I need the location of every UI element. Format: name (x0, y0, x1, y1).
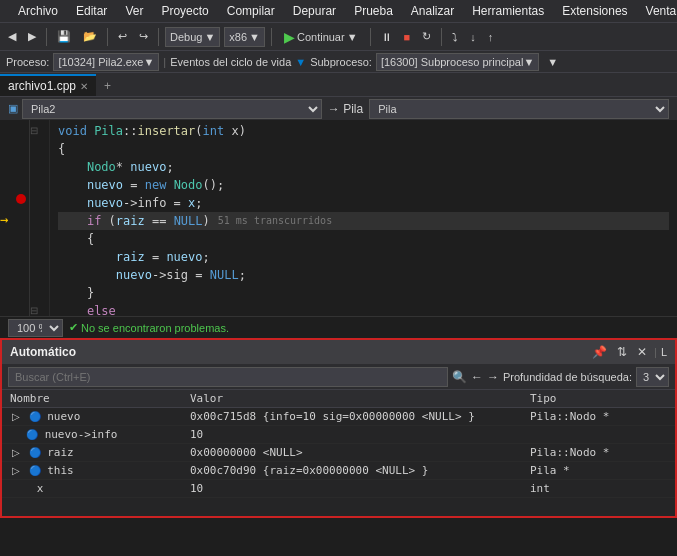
var-name-nuevo-info: 🔵 nuevo->info (2, 426, 182, 444)
step-out-button[interactable]: ↑ (484, 29, 498, 45)
panel-title-bar: Automático 📌 ⇅ ✕ | L (2, 340, 675, 364)
menu-analizar[interactable]: Analizar (403, 2, 462, 20)
code-line-3: Nodo* nuevo; (58, 158, 669, 176)
tab-archivo1[interactable]: archivo1.cpp ✕ (0, 74, 96, 96)
var-name-raiz: ▷ 🔵 raiz (2, 444, 182, 462)
search-button[interactable]: 🔍 (452, 370, 467, 384)
menu-ver[interactable]: Ver (117, 2, 151, 20)
proceso-label: Proceso: (6, 56, 49, 68)
continue-button[interactable]: ▶ Continuar ▼ (278, 27, 364, 47)
obj-icon-this: 🔵 (29, 465, 41, 476)
breakpoint-dot (16, 192, 26, 210)
step-in-button[interactable]: ↓ (466, 29, 480, 45)
panel-controls: 📌 ⇅ ✕ | L (589, 345, 667, 359)
tab-new-label: + (104, 79, 111, 93)
var-value-this: 0x00c70d90 {raiz=0x00000000 <NULL> } (182, 462, 522, 480)
pause-button[interactable]: ⏸ (377, 29, 396, 45)
redo-button[interactable]: ↪ (135, 28, 152, 45)
code-line-10: } (58, 284, 669, 302)
filter-button[interactable]: ▼ (543, 54, 562, 70)
var-row-nuevo-info: 🔵 nuevo->info 10 (2, 426, 675, 444)
search-bar: 🔍 ← → Profundidad de búsqueda: 3 (2, 364, 675, 390)
menu-prueba[interactable]: Prueba (346, 2, 401, 20)
col-valor: Valor (182, 390, 522, 408)
tab-archivo1-close[interactable]: ✕ (80, 81, 88, 92)
menu-compilar[interactable]: Compilar (219, 2, 283, 20)
menu-editar[interactable]: Editar (68, 2, 115, 20)
var-type-x: int (522, 480, 675, 498)
class-icon: ▣ (8, 102, 18, 115)
function-bar: ▣ Pila2 → Pila Pila (0, 96, 677, 120)
forward-button[interactable]: ▶ (24, 28, 40, 45)
panel-close-button[interactable]: ✕ (634, 345, 650, 359)
play-icon: ▶ (284, 29, 295, 45)
code-line-4: nuevo = new Nodo(); (58, 176, 669, 194)
menu-extensiones[interactable]: Extensiones (554, 2, 635, 20)
search-back-button[interactable]: ← (471, 370, 483, 384)
panel-side-label: L (661, 346, 667, 358)
obj-icon-nuevo: 🔵 (29, 411, 41, 422)
folding-gutter: ⊟ ⊟ (30, 120, 50, 316)
panel-move-button[interactable]: ⇅ (614, 345, 630, 359)
debug-config-dropdown[interactable]: Debug ▼ (165, 27, 220, 47)
step-over-button[interactable]: ⤵ (448, 29, 462, 45)
var-value-raiz: 0x00000000 <NULL> (182, 444, 522, 462)
menu-depurar[interactable]: Depurar (285, 2, 344, 20)
menu-archivo[interactable]: Archivo (10, 2, 66, 20)
code-line-5: nuevo->info = x; (58, 194, 669, 212)
open-button[interactable]: 📂 (79, 28, 101, 45)
zoom-select[interactable]: 100 % (8, 319, 63, 337)
toolbar: ◀ ▶ 💾 📂 ↩ ↪ Debug ▼ x86 ▼ ▶ Continuar ▼ … (0, 22, 677, 50)
menu-herramientas[interactable]: Herramientas (464, 2, 552, 20)
expand-raiz[interactable]: ▷ (10, 447, 22, 458)
code-line-8: raiz = nuevo; (58, 248, 669, 266)
tab-new[interactable]: + (96, 74, 119, 96)
stop-button[interactable]: ■ (400, 29, 415, 45)
var-row-x: x 10 int (2, 480, 675, 498)
editor-area: → ⊟ ⊟ void Pila::insertar(int x) { N (0, 120, 677, 316)
depth-select[interactable]: 3 (636, 367, 669, 387)
sep4 (271, 28, 272, 46)
var-name-nuevo: ▷ 🔵 nuevo (2, 408, 182, 426)
search-input[interactable] (8, 367, 448, 387)
panel-title: Automático (10, 345, 76, 359)
sep6 (441, 28, 442, 46)
menu-bar: VS Archivo Editar Ver Proyecto Compilar … (0, 0, 677, 22)
undo-button[interactable]: ↩ (114, 28, 131, 45)
func-select[interactable]: Pila (369, 99, 669, 119)
subproceso-dropdown[interactable]: [16300] Subproceso principal ▼ (376, 53, 539, 71)
search-forward-button[interactable]: → (487, 370, 499, 384)
eventos-separator: | (163, 56, 166, 68)
sep1 (46, 28, 47, 46)
panel-separator: | (654, 346, 657, 358)
code-editor[interactable]: void Pila::insertar(int x) { Nodo* nuevo… (50, 120, 677, 316)
expand-nuevo[interactable]: ▷ (10, 411, 22, 422)
subproceso-label: Subproceso: (310, 56, 372, 68)
editor-gutter: → (0, 120, 30, 316)
expand-this[interactable]: ▷ (10, 465, 22, 476)
code-line-1: void Pila::insertar(int x) (58, 122, 669, 140)
panel-pin-button[interactable]: 📌 (589, 345, 610, 359)
sep3 (158, 28, 159, 46)
sep2 (107, 28, 108, 46)
back-button[interactable]: ◀ (4, 28, 20, 45)
col-nombre: Nombre (2, 390, 182, 408)
menu-proyecto[interactable]: Proyecto (153, 2, 216, 20)
tab-bar: archivo1.cpp ✕ + (0, 72, 677, 96)
menu-ventana[interactable]: Ventana (638, 2, 677, 20)
check-icon: ✔ (69, 321, 78, 334)
var-row-this: ▷ 🔵 this 0x00c70d90 {raiz=0x00000000 <NU… (2, 462, 675, 480)
variables-table: Nombre Valor Tipo ▷ 🔵 nuevo 0x00c715d8 {… (2, 390, 675, 516)
code-line-2: { (58, 140, 669, 158)
save-button[interactable]: 💾 (53, 28, 75, 45)
depth-label: Profundidad de búsqueda: (503, 371, 632, 383)
code-line-6: if (raiz == NULL) 51 ms transcurridos (58, 212, 669, 230)
restart-button[interactable]: ↻ (418, 28, 435, 45)
auto-panel: Automático 📌 ⇅ ✕ | L 🔍 ← → Profundidad d… (0, 338, 677, 518)
eventos-arrow: ▼ (295, 56, 306, 68)
process-dropdown[interactable]: [10324] Pila2.exe ▼ (53, 53, 159, 71)
class-select[interactable]: Pila2 (22, 99, 322, 119)
platform-dropdown[interactable]: x86 ▼ (224, 27, 265, 47)
obj-icon-raiz: 🔵 (29, 447, 41, 458)
sep5 (370, 28, 371, 46)
